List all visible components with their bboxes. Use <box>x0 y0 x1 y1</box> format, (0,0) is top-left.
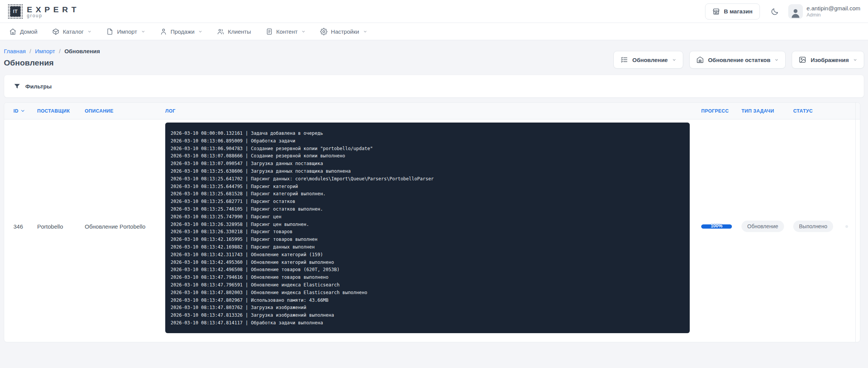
breadcrumb-link-home[interactable]: Главная <box>4 48 26 54</box>
column-header-id[interactable]: ID <box>13 108 37 114</box>
chevron-down-icon <box>141 29 145 34</box>
table-right-divider <box>855 103 856 342</box>
nav-item-clients[interactable]: Клиенты <box>217 28 251 35</box>
stock-update-dropdown-button[interactable]: Обновление остатков <box>689 51 786 69</box>
user-role: Admin <box>807 12 860 18</box>
log-line: 2026-03-10 08:13:06.895009 | Обработка з… <box>171 137 690 145</box>
column-header-label: ПОСТАВЩИК <box>37 108 70 114</box>
update-dropdown-label: Обновление <box>632 57 667 63</box>
gear-icon <box>320 28 327 35</box>
nav-item-label: Каталог <box>63 28 84 35</box>
images-dropdown-button[interactable]: Изображения <box>792 51 864 69</box>
logo-title: EXPERT <box>27 5 80 14</box>
log-line: 2026-03-10 08:13:47.814117 | Обработка з… <box>171 319 690 327</box>
column-header-progress[interactable]: ПРОГРЕСС <box>701 108 741 114</box>
stock-update-dropdown-label: Обновление остатков <box>708 57 771 63</box>
filters-panel[interactable]: Фильтры <box>4 75 864 98</box>
log-line: 2026-03-10 08:13:47.796591 | Обновление … <box>171 281 690 289</box>
log-line: 2026-03-10 08:13:07.090547 | Загрузка да… <box>171 160 690 168</box>
updates-table: ID ПОСТАВЩИК ОПИСАНИЕ ЛОГ ПРОГРЕСС ТИП З… <box>4 102 860 342</box>
log-line: 2026-03-10 08:13:25.641702 | Парсинг дан… <box>171 175 690 183</box>
images-dropdown-label: Изображения <box>810 57 849 63</box>
log-line: 2026-03-10 08:13:47.813326 | Загрузка из… <box>171 312 690 319</box>
main-nav: Домой Каталог Импорт Продажи Клиенты Кон… <box>0 23 868 40</box>
log-line: 2026-03-10 08:13:42.165995 | Парсинг тов… <box>171 236 690 244</box>
sort-chevron-down-icon <box>20 108 25 113</box>
cell-description: Обновление Portobello <box>85 223 165 230</box>
nav-item-catalog[interactable]: Каталог <box>52 28 92 35</box>
package-icon <box>52 28 59 35</box>
cell-id: 346 <box>13 223 37 230</box>
column-header-task-type[interactable]: ТИП ЗАДАЧИ <box>741 108 793 114</box>
column-header-label: ПРОГРЕСС <box>701 108 729 114</box>
file-text-icon <box>266 28 273 35</box>
log-line: 2026-03-10 08:13:06.904783 | Создание ре… <box>171 145 690 153</box>
update-dropdown-button[interactable]: Обновление <box>613 51 683 69</box>
log-line: 2026-03-10 08:13:25.747990 | Парсинг цен <box>171 213 690 221</box>
log-output[interactable]: 2026-03-10 08:00:00.132161 | Задача доба… <box>165 123 690 333</box>
warehouse-icon <box>696 56 704 64</box>
nav-item-label: Домой <box>20 28 38 35</box>
chevron-down-icon <box>672 58 676 62</box>
chevron-down-icon <box>774 58 779 62</box>
nav-item-settings[interactable]: Настройки <box>320 28 367 35</box>
user-email: e.antipin@gmail.com <box>807 5 860 12</box>
column-header-supplier[interactable]: ПОСТАВЩИК <box>37 108 85 114</box>
store-button[interactable]: В магазин <box>705 3 760 20</box>
nav-item-sales[interactable]: Продажи <box>160 28 203 35</box>
row-action-dot <box>845 225 848 228</box>
funnel-icon <box>13 83 21 90</box>
cell-status: Выполнено <box>793 221 851 232</box>
breadcrumb-link-import[interactable]: Импорт <box>35 48 55 54</box>
log-line: 2026-03-10 08:13:47.802003 | Обновление … <box>171 289 690 297</box>
topbar: IT EXPERT group В магазин e. <box>0 0 868 23</box>
nav-item-label: Импорт <box>117 28 137 35</box>
status-badge: Выполнено <box>793 221 833 232</box>
breadcrumb-current: Обновления <box>64 48 100 54</box>
column-header-description[interactable]: ОПИСАНИЕ <box>85 108 165 114</box>
moon-icon[interactable] <box>771 7 779 16</box>
log-line: 2026-03-10 08:13:25.746105 | Парсинг ост… <box>171 206 690 213</box>
log-line: 2026-03-10 08:13:26.330218 | Парсинг тов… <box>171 228 690 236</box>
column-header-label: ОПИСАНИЕ <box>85 108 113 114</box>
store-button-label: В магазин <box>724 8 753 15</box>
task-type-badge: Обновление <box>741 221 784 232</box>
nav-item-label: Настройки <box>331 28 359 35</box>
nav-item-import[interactable]: Импорт <box>106 28 145 35</box>
nav-item-label: Клиенты <box>228 28 251 35</box>
filters-label: Фильтры <box>25 83 52 90</box>
user-info[interactable]: e.antipin@gmail.com Admin <box>807 5 860 18</box>
log-line: 2026-03-10 08:13:47.802967 | Использован… <box>171 297 690 304</box>
home-icon <box>9 28 16 35</box>
column-header-status[interactable]: СТАТУС <box>793 108 851 114</box>
logo[interactable]: IT EXPERT group <box>8 4 80 19</box>
nav-item-content[interactable]: Контент <box>266 28 306 35</box>
page-title: Обновления <box>4 58 100 67</box>
column-header-label: СТАТУС <box>793 108 813 114</box>
checklist-icon <box>620 56 628 64</box>
breadcrumb: Главная / Импорт / Обновления <box>4 48 100 54</box>
log-line: 2026-03-10 08:13:47.803762 | Загрузка из… <box>171 304 690 312</box>
chevron-down-icon <box>363 29 367 34</box>
nav-item-label: Продажи <box>171 28 195 35</box>
avatar[interactable] <box>788 4 803 19</box>
log-line: 2026-03-10 08:13:25.682771 | Парсинг ост… <box>171 198 690 206</box>
log-line: 2026-03-10 08:13:47.794616 | Обновление … <box>171 274 690 281</box>
cell-log: 2026-03-10 08:00:00.132161 | Задача доба… <box>165 119 701 333</box>
logo-mark-icon: IT <box>8 4 23 19</box>
column-header-log[interactable]: ЛОГ <box>165 108 701 114</box>
log-line: 2026-03-10 08:13:25.644795 | Парсинг кат… <box>171 183 690 191</box>
cell-task-type: Обновление <box>741 221 793 232</box>
table-row: 346 Portobello Обновление Portobello 202… <box>4 119 860 333</box>
nav-item-home[interactable]: Домой <box>9 28 38 35</box>
table-header-row: ID ПОСТАВЩИК ОПИСАНИЕ ЛОГ ПРОГРЕСС ТИП З… <box>4 103 860 119</box>
logo-mark-text: IT <box>10 7 20 16</box>
log-line: 2026-03-10 08:13:42.169882 | Парсинг дан… <box>171 244 690 251</box>
chevron-down-icon <box>87 29 92 34</box>
image-icon <box>799 56 806 64</box>
progress-label: 100% <box>701 223 732 229</box>
nav-item-label: Контент <box>276 28 298 35</box>
column-header-label: ТИП ЗАДАЧИ <box>741 108 774 114</box>
cell-supplier: Portobello <box>37 223 85 230</box>
people-icon <box>217 28 224 35</box>
